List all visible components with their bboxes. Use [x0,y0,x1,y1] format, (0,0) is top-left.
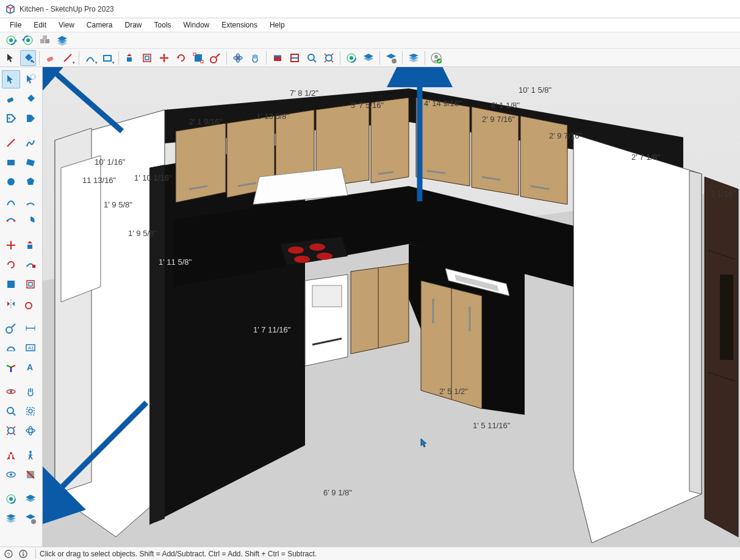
svg-point-84 [9,497,13,501]
paint-icon[interactable] [21,90,40,108]
geo-gear-icon[interactable] [2,490,20,508]
orbit-tool-icon[interactable] [230,50,246,66]
layers-toolbar-icon[interactable] [361,50,376,66]
help-icon[interactable]: ? [2,548,15,559]
move2-icon[interactable] [2,236,20,254]
pushpull2-icon[interactable] [21,236,40,254]
rotate2-icon[interactable] [2,256,20,274]
look-around-icon[interactable] [2,465,20,484]
svg-point-78 [10,452,12,454]
svg-point-20 [210,57,217,63]
tape-measure-icon[interactable] [207,50,223,66]
svg-point-34 [392,59,397,63]
layers2-icon[interactable] [21,490,40,508]
pencil-icon[interactable] [2,134,20,152]
menu-window[interactable]: Window [178,20,216,31]
dim-label: 2' 1 9/16" [189,117,222,126]
zoomwindow-icon[interactable] [21,402,40,420]
menu-camera[interactable]: Camera [81,20,119,31]
circle-icon[interactable] [2,173,20,191]
menu-edit[interactable]: Edit [27,20,52,31]
dim-label: 11 13/16" [82,176,116,185]
svg-marker-45 [27,178,34,185]
section-display-icon[interactable] [287,50,303,66]
protractor-icon[interactable] [2,339,20,357]
rect-tool-icon[interactable] [99,50,115,66]
menu-help[interactable]: Help [264,20,291,31]
eraser-tool-icon[interactable] [43,50,59,66]
zoom2-icon[interactable] [2,402,20,420]
menu-file[interactable]: File [4,20,27,31]
ext-layers-icon[interactable] [54,33,70,48]
arc-icon[interactable] [2,192,20,210]
status-message: Click or drag to select objects. Shift =… [40,550,317,558]
axes-icon[interactable] [2,358,20,376]
ext-gear-icon-2[interactable] [20,33,36,48]
arc3-icon[interactable] [2,212,20,230]
previousview-icon[interactable] [21,422,40,440]
menu-view[interactable]: View [52,20,81,31]
dimension-icon[interactable] [21,319,40,337]
rotate-tool-icon[interactable] [173,50,189,66]
offset-tool-icon[interactable] [139,50,155,66]
ext-boxes-icon[interactable] [37,33,53,48]
orbit2-icon[interactable] [2,382,20,401]
eraser-icon[interactable] [2,90,20,108]
text-tool-icon[interactable]: A1 [21,339,40,357]
arc2-icon[interactable] [21,192,40,210]
polygon-tool-icon[interactable] [21,173,40,191]
layers-stack-icon[interactable] [406,50,422,66]
rect-icon[interactable] [2,153,20,171]
zoomextents2-icon[interactable] [2,422,20,440]
pan2-icon[interactable] [21,382,40,401]
followme-icon[interactable] [21,256,40,274]
layers-gear-icon[interactable] [21,509,40,528]
tag2-icon[interactable] [21,109,40,127]
layers3-icon[interactable] [2,509,20,528]
walk-icon[interactable] [21,446,40,464]
section-plane-icon[interactable] [21,465,40,484]
svg-line-72 [13,413,15,415]
offset2-icon[interactable] [21,275,40,293]
zoom-extents-icon[interactable] [321,50,337,66]
section-cut-icon[interactable] [270,50,286,66]
kitchen-model [43,67,740,547]
svg-point-38 [31,74,35,79]
geo-location-icon[interactable] [343,50,359,66]
scale2-icon[interactable] [2,275,20,293]
user-account-icon[interactable] [428,50,444,66]
svg-rect-48 [27,245,32,249]
pan-tool-icon[interactable] [247,50,263,66]
dim-label: 7' 8 1/2" [290,88,318,98]
zoom-tool-icon[interactable] [304,50,320,66]
svg-marker-54 [7,301,10,306]
tape-icon[interactable] [2,319,20,337]
line-tool-icon[interactable] [60,50,76,66]
tag-icon[interactable] [2,109,20,127]
pushpull-tool-icon[interactable] [122,50,138,66]
paint-bucket-tool-icon[interactable] [20,50,36,66]
menu-tools[interactable]: Tools [148,20,178,31]
menu-draw[interactable]: Draw [119,20,148,31]
svg-line-30 [314,60,316,62]
dim-label: 6' 9 1/8" [323,488,352,497]
position-camera-icon[interactable] [2,446,20,464]
ext-gear-icon-1[interactable] [3,33,19,48]
select-tool-icon[interactable] [3,50,19,66]
arc-tool-icon[interactable] [82,50,98,66]
menu-extensions[interactable]: Extensions [215,20,264,31]
pie-icon[interactable] [21,212,40,230]
info-icon[interactable] [17,548,29,559]
mirror-icon[interactable] [2,295,20,313]
scale-tool-icon[interactable] [190,50,206,66]
move-tool-icon[interactable] [156,50,172,66]
lasso-icon[interactable] [21,70,40,88]
svg-text:A: A [27,362,33,372]
3dtext-icon[interactable]: A [21,358,40,376]
select-icon[interactable] [2,70,20,88]
freehand-icon[interactable] [21,134,40,152]
protractor2-icon[interactable] [21,295,40,313]
rotated-rect-icon[interactable] [21,153,40,171]
3d-viewport[interactable]: 7' 8 1/2" 10' 1 5/8" 1' 13 5/8" 2' 1 9/1… [43,67,740,547]
layers-settings-icon[interactable] [383,50,399,66]
